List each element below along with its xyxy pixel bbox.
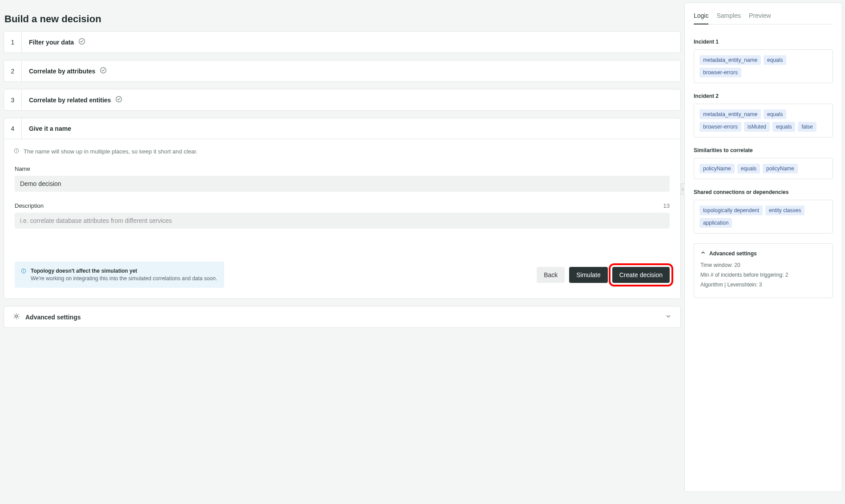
advanced-summary-title: Advanced settings: [709, 250, 757, 257]
advanced-min-incidents: Min # of incidents before triggering: 2: [700, 272, 826, 278]
chip: metadata_entity_name: [699, 55, 761, 65]
incident2-title: Incident 2: [694, 93, 833, 99]
create-decision-button[interactable]: Create decision: [612, 267, 670, 283]
svg-point-9: [16, 315, 18, 318]
notice-title: Topology doesn't affect the simulation y…: [31, 268, 217, 274]
advanced-settings-toggle[interactable]: Advanced settings: [4, 306, 681, 328]
chip: metadata_entity_name: [699, 109, 761, 119]
simulate-button[interactable]: Simulate: [569, 267, 607, 283]
chip: isMuted: [744, 122, 770, 132]
chip: policyName: [699, 164, 735, 173]
incident2-chips: metadata_entity_name equals browser-erro…: [694, 104, 833, 137]
chip: application: [699, 218, 732, 228]
step-correlate-entities[interactable]: 3 Correlate by related entities: [4, 89, 681, 111]
advanced-summary: Advanced settings Time window: 20 Min # …: [694, 243, 833, 298]
gear-icon: [13, 313, 20, 321]
step-correlate-attributes[interactable]: 2 Correlate by attributes: [4, 60, 681, 82]
chip: browser-errors: [699, 68, 741, 77]
step-label: Filter your data: [29, 39, 74, 46]
info-icon: [14, 148, 19, 155]
shared-chips: topologically dependent entity classes a…: [694, 200, 833, 234]
step-label: Correlate by related entities: [29, 97, 111, 104]
svg-point-5: [16, 149, 17, 150]
chevron-up-icon: [700, 250, 706, 257]
chip: equals: [772, 122, 795, 132]
tab-preview[interactable]: Preview: [749, 12, 771, 24]
advanced-settings-label: Advanced settings: [25, 314, 81, 321]
chip: topologically dependent: [699, 206, 763, 215]
advanced-algorithm: Algorithm | Levenshtein: 3: [700, 282, 826, 288]
panel-collapse-handle[interactable]: ›: [680, 183, 685, 195]
name-label: Name: [15, 165, 30, 172]
description-label: Description: [15, 202, 44, 209]
chip: false: [798, 122, 816, 132]
check-circle-icon: [115, 96, 122, 104]
topology-notice: Topology doesn't affect the simulation y…: [15, 262, 224, 288]
chip: equals: [764, 55, 786, 65]
step-filter-data[interactable]: 1 Filter your data: [4, 31, 681, 53]
step-number: 2: [4, 61, 22, 81]
advanced-summary-toggle[interactable]: Advanced settings: [700, 250, 826, 257]
step-label: Give it a name: [29, 125, 71, 132]
check-circle-icon: [100, 67, 107, 75]
advanced-time-window: Time window: 20: [700, 262, 826, 268]
name-hint: The name will show up in multiple places…: [24, 148, 198, 155]
similarities-chips: policyName equals policyName: [694, 158, 833, 179]
back-button[interactable]: Back: [537, 267, 565, 283]
check-circle-icon: [78, 38, 85, 46]
name-char-counter: 13: [663, 202, 670, 209]
page-title: Build a new decision: [4, 13, 681, 25]
svg-point-8: [24, 270, 24, 270]
chip: policyName: [763, 164, 798, 173]
incident1-title: Incident 1: [694, 39, 833, 45]
chip: equals: [737, 164, 760, 173]
step-give-name: 4 Give it a name The name will show up i…: [4, 118, 681, 299]
step-number: 4: [4, 118, 22, 139]
step-number: 3: [4, 90, 22, 110]
notice-body: We're working on integrating this into t…: [31, 275, 217, 282]
incident1-chips: metadata_entity_name equals browser-erro…: [694, 49, 833, 83]
step-number: 1: [4, 32, 22, 52]
similarities-title: Similarities to correlate: [694, 147, 833, 153]
step-label: Correlate by attributes: [29, 68, 95, 75]
shared-title: Shared connections or dependencies: [694, 189, 833, 195]
logic-panel: › Logic Samples Preview Incident 1 metad…: [684, 3, 842, 492]
tab-logic[interactable]: Logic: [694, 12, 708, 24]
info-icon: [21, 268, 26, 282]
chip: equals: [764, 109, 786, 119]
description-input[interactable]: [15, 213, 670, 229]
chip: browser-errors: [699, 122, 741, 132]
chip: entity classes: [765, 206, 805, 215]
tab-samples[interactable]: Samples: [716, 12, 740, 24]
name-input[interactable]: [15, 176, 670, 192]
chevron-down-icon: [665, 313, 671, 321]
